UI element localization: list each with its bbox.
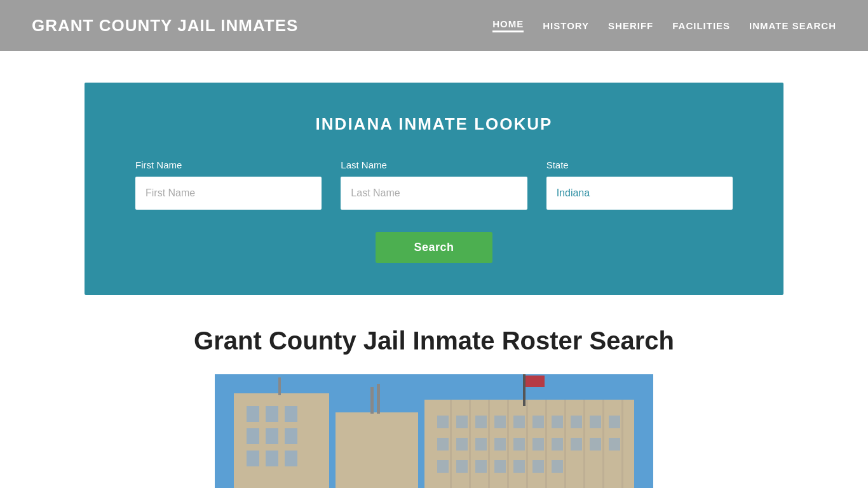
first-name-group: First Name: [135, 159, 322, 210]
state-group: State: [546, 159, 733, 210]
svg-rect-30: [513, 438, 525, 451]
svg-rect-36: [437, 460, 449, 473]
svg-rect-39: [494, 460, 506, 473]
last-name-input[interactable]: [341, 177, 527, 210]
svg-rect-52: [621, 400, 623, 488]
state-label: State: [546, 159, 733, 170]
site-title: GRANT COUNTY JAIL INMATES: [32, 16, 298, 36]
svg-rect-20: [513, 416, 525, 428]
svg-rect-40: [513, 460, 525, 473]
svg-rect-4: [285, 406, 297, 422]
first-name-label: First Name: [135, 159, 322, 170]
svg-rect-54: [526, 376, 545, 387]
search-btn-wrap: Search: [135, 232, 733, 263]
svg-rect-2: [247, 406, 259, 422]
svg-rect-26: [437, 438, 449, 451]
lookup-title: INDIANA INMATE LOOKUP: [135, 114, 733, 134]
svg-rect-18: [475, 416, 487, 428]
roster-title: Grant County Jail Inmate Roster Search: [97, 327, 771, 355]
last-name-group: Last Name: [341, 159, 527, 210]
svg-rect-45: [488, 400, 490, 488]
svg-rect-29: [494, 438, 506, 451]
svg-rect-21: [532, 416, 544, 428]
svg-rect-16: [437, 416, 449, 428]
svg-rect-24: [590, 416, 601, 428]
svg-rect-48: [545, 400, 547, 488]
main-nav: HOME HISTORY SHERIFF FACILITIES INMATE S…: [492, 18, 836, 32]
svg-rect-22: [552, 416, 563, 428]
nav-inmate-search[interactable]: INMATE SEARCH: [749, 20, 836, 31]
nav-sheriff[interactable]: SHERIFF: [608, 20, 653, 31]
svg-rect-33: [571, 438, 582, 451]
svg-rect-28: [475, 438, 487, 451]
nav-home[interactable]: HOME: [492, 18, 524, 32]
building-image: [215, 374, 653, 488]
svg-rect-43: [450, 400, 452, 488]
svg-rect-19: [494, 416, 506, 428]
svg-rect-6: [266, 428, 278, 444]
svg-rect-47: [526, 400, 528, 488]
svg-rect-35: [609, 438, 620, 451]
svg-rect-44: [469, 400, 471, 488]
svg-rect-8: [247, 451, 259, 466]
svg-rect-51: [602, 400, 604, 488]
svg-rect-14: [377, 384, 380, 414]
lookup-section: INDIANA INMATE LOOKUP First Name Last Na…: [85, 83, 783, 295]
svg-rect-53: [523, 374, 526, 406]
search-button[interactable]: Search: [376, 232, 492, 263]
svg-rect-27: [456, 438, 468, 451]
svg-rect-37: [456, 460, 468, 473]
svg-rect-42: [552, 460, 563, 473]
last-name-label: Last Name: [341, 159, 527, 170]
nav-facilities[interactable]: FACILITIES: [672, 20, 730, 31]
svg-rect-23: [571, 416, 582, 428]
svg-rect-46: [507, 400, 509, 488]
svg-rect-50: [583, 400, 585, 488]
form-row: First Name Last Name State: [135, 159, 733, 210]
svg-rect-12: [336, 412, 418, 488]
svg-rect-25: [609, 416, 620, 428]
svg-rect-7: [285, 428, 297, 444]
svg-rect-32: [552, 438, 563, 451]
svg-rect-41: [532, 460, 544, 473]
svg-rect-3: [266, 406, 278, 422]
svg-rect-11: [278, 377, 281, 395]
svg-rect-49: [564, 400, 566, 488]
svg-rect-10: [285, 451, 297, 466]
first-name-input[interactable]: [135, 177, 322, 210]
content-section: Grant County Jail Inmate Roster Search: [85, 327, 783, 488]
svg-rect-34: [590, 438, 601, 451]
svg-rect-17: [456, 416, 468, 428]
nav-history[interactable]: HISTORY: [543, 20, 589, 31]
svg-rect-13: [370, 387, 374, 414]
svg-rect-38: [475, 460, 487, 473]
svg-rect-31: [532, 438, 544, 451]
svg-rect-9: [266, 451, 278, 466]
svg-rect-5: [247, 428, 259, 444]
state-input[interactable]: [546, 177, 733, 210]
site-header: GRANT COUNTY JAIL INMATES HOME HISTORY S…: [0, 0, 868, 51]
